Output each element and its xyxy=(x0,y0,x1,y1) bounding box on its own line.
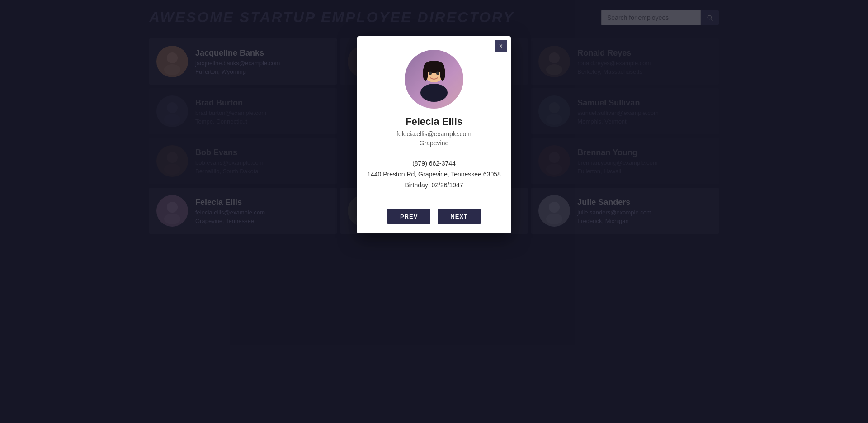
modal-overlay: X Felecia Ellis xyxy=(0,0,868,423)
modal-avatar xyxy=(405,50,463,109)
next-button[interactable]: NEXT xyxy=(438,209,481,224)
modal-birthday: Birthday: 02/26/1947 xyxy=(366,181,502,189)
svg-point-25 xyxy=(440,66,445,81)
svg-point-26 xyxy=(429,72,432,75)
modal-address: 1440 Preston Rd, Grapevine, Tennessee 63… xyxy=(366,171,502,178)
modal-close-button[interactable]: X xyxy=(495,40,507,52)
modal-footer: PREV NEXT xyxy=(357,203,511,233)
modal-city: Grapevine xyxy=(366,139,502,147)
svg-point-24 xyxy=(423,66,428,81)
modal-body: Felecia Ellis felecia.ellis@example.com … xyxy=(357,36,511,203)
prev-button[interactable]: PREV xyxy=(387,209,430,224)
svg-point-21 xyxy=(420,84,448,102)
modal-name: Felecia Ellis xyxy=(366,116,502,128)
svg-point-27 xyxy=(436,72,439,75)
modal-email: felecia.ellis@example.com xyxy=(366,130,502,138)
modal-phone: (879) 662-3744 xyxy=(366,160,502,167)
employee-detail-modal: X Felecia Ellis xyxy=(357,36,511,233)
modal-avatar-image xyxy=(409,54,459,104)
modal-divider xyxy=(366,154,502,154)
